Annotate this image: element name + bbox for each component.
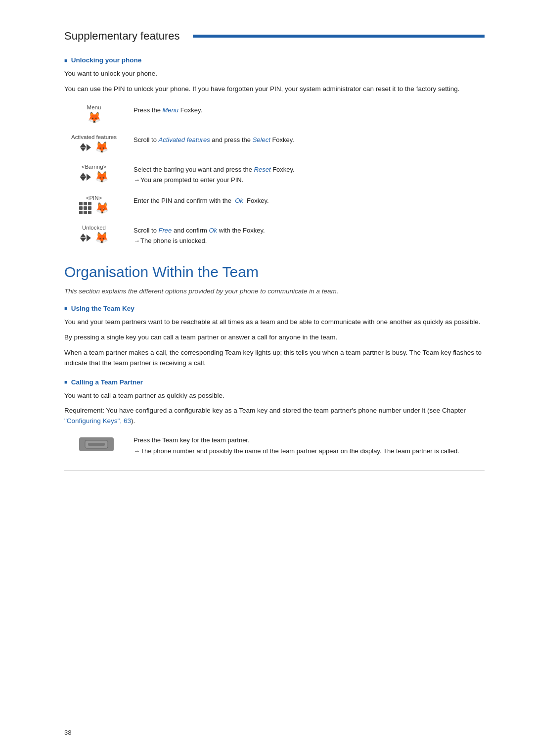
- activated-features-text: Activated features: [159, 136, 210, 143]
- select-text: Select: [253, 136, 270, 143]
- nav-arrow-up-2: [80, 173, 86, 177]
- calling-para2-end: ).: [131, 417, 135, 425]
- unlocked-arrow: The phone is unlocked.: [134, 236, 485, 246]
- nav-group-1: [80, 143, 91, 151]
- step-pin: <PIN> 🦊: [64, 194, 485, 215]
- keypad-dots: [79, 202, 91, 214]
- foxkey-icon-barring: 🦊: [95, 171, 108, 184]
- step-barring-icon-col: <Barring> 🦊: [64, 163, 124, 184]
- keypad-dot: [79, 211, 83, 214]
- reset-text: Reset: [254, 166, 271, 173]
- organisation-title: Organisation Within the Team: [64, 264, 485, 281]
- nav-group-3: [80, 234, 91, 242]
- unlocking-intro2: You can use the PIN to unlock your phone…: [64, 84, 485, 94]
- team-key-section: Using the Team Key You and your team par…: [64, 305, 485, 369]
- instruction-block: Menu 🦊 Press the Menu Foxkey. Activated …: [64, 103, 485, 246]
- ok-text-pin: Ok: [235, 197, 243, 204]
- calling-para2-start: Requirement: You have configured a confi…: [64, 407, 466, 414]
- step-pin-text: Enter the PIN and confirm with the Ok Fo…: [124, 194, 485, 206]
- free-text: Free: [159, 227, 172, 234]
- step-menu: Menu 🦊 Press the Menu Foxkey.: [64, 103, 485, 124]
- team-key-heading: Using the Team Key: [64, 305, 485, 312]
- step-menu-icon-col: Menu 🦊: [64, 103, 124, 124]
- step-activated-icon: 🦊: [80, 141, 108, 154]
- step-pin-icon-col: <PIN> 🦊: [64, 194, 124, 215]
- team-key-para1: You and your team partners want to be re…: [64, 317, 485, 328]
- page: Supplementary features Unlocking your ph…: [0, 0, 534, 756]
- nav-arrows-vert-2: [80, 173, 86, 181]
- foxkey-icon-activated: 🦊: [95, 141, 108, 154]
- foxkey-icon-unlocked: 🦊: [95, 232, 108, 244]
- step-menu-italic: Menu: [163, 106, 179, 114]
- ok-text-unlocked: Ok: [209, 227, 217, 234]
- step-unlocked: Unlocked 🦊 Scroll to Free and co: [64, 224, 485, 246]
- calling-section: Calling a Team Partner You want to call …: [64, 378, 485, 457]
- step-unlocked-icon-col: Unlocked 🦊: [64, 224, 124, 244]
- nav-arrow-up-3: [80, 234, 86, 237]
- step-menu-text: Press the Menu Foxkey.: [124, 103, 485, 115]
- keypad-dot: [79, 206, 83, 210]
- calling-para2: Requirement: You have configured a confi…: [64, 406, 485, 426]
- step-barring-icon: 🦊: [80, 171, 108, 184]
- bottom-line: [64, 471, 485, 471]
- team-step-text: Press the Team key for the team partner.…: [129, 435, 485, 456]
- svg-rect-1: [88, 443, 105, 446]
- step-activated: Activated features 🦊 Scroll to A: [64, 133, 485, 154]
- nav-arrow-up: [80, 143, 86, 147]
- keypad-dot: [79, 202, 83, 205]
- foxkey-icon-pin: 🦊: [95, 202, 109, 215]
- keypad-dot: [84, 206, 87, 210]
- step-activated-text: Scroll to Activated features and press t…: [124, 133, 485, 145]
- step-menu-label: Menu: [87, 104, 101, 110]
- nav-tri-right-2: [87, 174, 91, 181]
- step-pin-icon: 🦊: [79, 202, 109, 215]
- team-key-para3: When a team partner makes a call, the co…: [64, 348, 485, 369]
- keypad-dot: [88, 211, 91, 214]
- nav-arrows-vert: [80, 143, 86, 151]
- team-step-arrow: The phone number and possibly the name o…: [134, 446, 485, 456]
- step-barring-text: Select the barring you want and press th…: [124, 163, 485, 185]
- nav-group-2: [80, 173, 91, 181]
- barring-arrow: You are prompted to enter your PIN.: [134, 175, 485, 185]
- calling-heading: Calling a Team Partner: [64, 378, 485, 386]
- nav-arrow-down-3: [80, 238, 86, 242]
- nav-tri-right-3: [87, 235, 91, 241]
- team-key-para2: By pressing a single key you can call a …: [64, 332, 485, 343]
- page-number: 38: [64, 729, 71, 736]
- step-barring-label: <Barring>: [82, 164, 107, 170]
- keypad-dot: [88, 202, 91, 205]
- nav-arrow-down: [80, 147, 86, 151]
- unlocking-intro1: You want to unlock your phone.: [64, 69, 485, 79]
- keypad-dot: [84, 202, 87, 205]
- step-unlocked-icon: 🦊: [80, 232, 108, 244]
- calling-para2-link[interactable]: "Configuring Keys", 63: [64, 417, 131, 425]
- nav-arrows-vert-3: [80, 234, 86, 242]
- organisation-intro: This section explains the different opti…: [64, 287, 485, 295]
- step-barring: <Barring> 🦊 Select the barring y: [64, 163, 485, 185]
- section-title: Supplementary features: [64, 30, 180, 43]
- step-unlocked-text: Scroll to Free and confirm Ok with the F…: [124, 224, 485, 246]
- step-activated-label: Activated features: [71, 134, 117, 140]
- step-activated-icon-col: Activated features 🦊: [64, 133, 124, 154]
- keypad-dot: [84, 211, 87, 214]
- step-unlocked-label: Unlocked: [82, 225, 106, 231]
- nav-arrow-down-2: [80, 177, 86, 181]
- unlocking-section: Unlocking your phone You want to unlock …: [64, 56, 485, 246]
- unlocking-heading: Unlocking your phone: [64, 56, 485, 64]
- team-icon-col: [64, 435, 129, 451]
- keypad-dot: [88, 206, 91, 210]
- section-header: Supplementary features: [64, 30, 485, 43]
- calling-para1: You want to call a team partner as quick…: [64, 391, 485, 401]
- organisation-section: Organisation Within the Team This sectio…: [64, 264, 485, 457]
- team-key-icon: [79, 437, 114, 451]
- team-key-svg: [84, 439, 109, 449]
- section-title-bar: [193, 35, 485, 38]
- step-pin-label: <PIN>: [86, 195, 102, 201]
- nav-tri-right: [87, 144, 91, 151]
- team-step-row: Press the Team key for the team partner.…: [64, 435, 485, 456]
- foxkey-icon-menu: 🦊: [88, 111, 101, 124]
